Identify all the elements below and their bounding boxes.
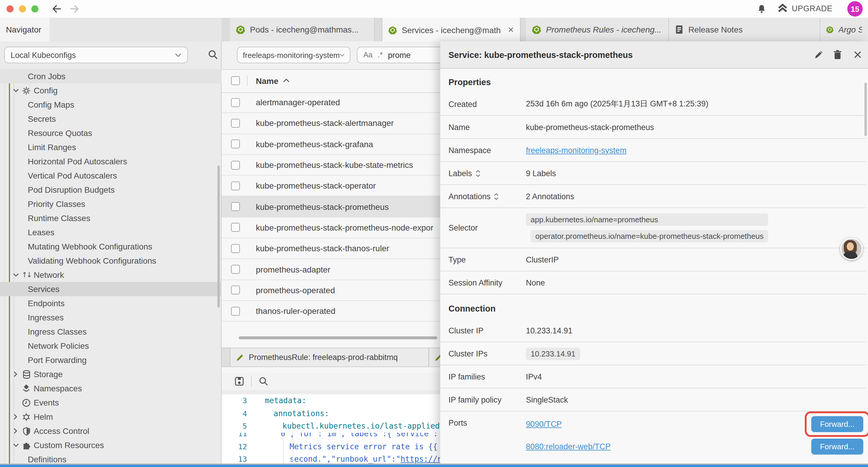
forward-button[interactable]: Forward...: [811, 439, 863, 455]
zoom-window-button[interactable]: [31, 5, 38, 12]
trash-icon[interactable]: [833, 50, 843, 60]
edit-pencil-icon[interactable]: [814, 50, 824, 60]
sidebar-scrollbar[interactable]: [217, 166, 220, 308]
horizontal-scrollbar[interactable]: [239, 337, 437, 339]
tab-pods[interactable]: Pods - icecheng@mathmas...: [230, 18, 375, 41]
back-arrow-icon[interactable]: [52, 4, 62, 13]
kubernetes-icon: [388, 25, 397, 35]
annotations-value[interactable]: 2 Annotations: [526, 192, 574, 201]
notifications-bell-icon[interactable]: [757, 4, 766, 13]
line-text: metadata:: [265, 396, 306, 405]
chevron-down-icon: [12, 271, 20, 279]
tab-services[interactable]: Services - icecheng@math... ✕: [382, 18, 521, 42]
sidebar-item-runtime-classes[interactable]: Runtime Classes: [0, 211, 222, 225]
sort-ascending-icon[interactable]: [283, 79, 289, 83]
sidebar-item-helm[interactable]: Helm: [0, 410, 222, 424]
line-number: 5: [222, 422, 247, 431]
service-name: kube-prometheus-stack-kube-state-metrics: [256, 160, 413, 170]
type-value: ClusterIP: [526, 255, 559, 264]
save-icon[interactable]: [235, 377, 244, 386]
row-checkbox[interactable]: [231, 202, 240, 211]
sidebar-item-leases[interactable]: Leases: [0, 225, 222, 239]
editor-tab-prometheusrule[interactable]: PrometheusRule: freeleaps-prod-rabbitmq: [230, 348, 429, 367]
forward-button[interactable]: Forward...: [811, 416, 863, 432]
expander-updown-icon[interactable]: [476, 169, 480, 177]
notification-count-badge[interactable]: 15: [847, 1, 863, 17]
sidebar-item-pod-disruption-budgets[interactable]: Pod Disruption Budgets: [0, 183, 222, 197]
sidebar-item-namespaces[interactable]: Namespaces: [0, 382, 222, 396]
port-link[interactable]: 9090/TCP: [526, 420, 562, 429]
tabstrip-spacer: [50, 18, 222, 41]
assistant-avatar[interactable]: [840, 238, 863, 260]
sidebar-item-port-forwarding[interactable]: Port Forwarding: [0, 353, 222, 368]
expander-updown-icon[interactable]: [494, 193, 499, 200]
namespace-selector-value: freeleaps-monitoring-system: [243, 51, 340, 59]
sidebar-item-access-control[interactable]: Access Control: [0, 424, 222, 438]
sidebar-item-cron-jobs[interactable]: Cron Jobs: [0, 69, 222, 83]
detail-row-ip-family-policy: IP family policy SingleStack: [440, 388, 867, 411]
forward-arrow-icon[interactable]: [69, 4, 80, 13]
sidebar-item-resource-quotas[interactable]: Resource Quotas: [0, 126, 222, 140]
row-checkbox[interactable]: [231, 223, 240, 232]
sidebar-item-network-policies[interactable]: Network Policies: [0, 339, 222, 353]
row-checkbox[interactable]: [231, 265, 240, 274]
row-checkbox[interactable]: [231, 244, 240, 253]
session-affinity-label: Session Affinity: [440, 278, 526, 287]
row-checkbox[interactable]: [231, 98, 240, 107]
upgrade-button[interactable]: UPGRADE: [778, 4, 833, 13]
sidebar-item-config-maps[interactable]: Config Maps: [0, 97, 222, 112]
cluster-ips-chip: 10.233.14.91: [526, 347, 580, 360]
tab-navigator[interactable]: Navigator: [0, 18, 50, 41]
search-icon[interactable]: [259, 377, 268, 386]
tab-services-label: Services - icecheng@math...: [402, 25, 500, 35]
service-name: kube-prometheus-stack-prometheus: [256, 202, 389, 211]
sidebar-item-services[interactable]: Services: [0, 282, 222, 296]
minimize-window-button[interactable]: [19, 5, 26, 12]
sidebar-item-horizontal-pod-autoscalers[interactable]: Horizontal Pod Autoscalers: [0, 154, 222, 169]
row-checkbox[interactable]: [231, 286, 240, 295]
clock-icon: [21, 398, 31, 408]
tab-prometheus-rules[interactable]: Prometheus Rules - icecheng...: [526, 18, 669, 41]
window-titlebar: UPGRADE 15: [0, 0, 868, 18]
sidebar-item-validating-webhook-configurations[interactable]: Validating Webhook Configurations: [0, 254, 222, 268]
close-icon[interactable]: [852, 50, 863, 60]
namespace-selector[interactable]: freeleaps-monitoring-system: [237, 47, 350, 63]
upgrade-label: UPGRADE: [792, 4, 833, 13]
close-icon[interactable]: ✕: [507, 25, 514, 34]
sidebar-item-network[interactable]: ↑↓ Network: [0, 268, 222, 282]
sidebar-item-priority-classes[interactable]: Priority Classes: [0, 197, 222, 211]
sidebar-item-vertical-pod-autoscalers[interactable]: Vertical Pod Autoscalers: [0, 169, 222, 183]
row-checkbox[interactable]: [231, 307, 240, 315]
sidebar-item-mutating-webhook-configurations[interactable]: Mutating Webhook Configurations: [0, 239, 222, 254]
row-checkbox[interactable]: [231, 140, 240, 148]
sidebar-item-ingresses[interactable]: Ingresses: [0, 311, 222, 325]
detail-row-annotations: Annotations 2 Annotations: [440, 185, 867, 208]
labels-value[interactable]: 9 Labels: [526, 169, 556, 178]
sidebar-item-custom-resources[interactable]: Custom Resources: [0, 438, 222, 453]
name-column-header[interactable]: Name: [256, 76, 278, 85]
chevron-right-icon: [12, 413, 20, 421]
tab-release-notes[interactable]: Release Notes: [669, 18, 820, 41]
search-icon[interactable]: [208, 50, 218, 60]
tab-release-notes-label: Release Notes: [688, 25, 743, 34]
row-checkbox[interactable]: [231, 181, 240, 191]
regex-icon[interactable]: .*: [378, 51, 383, 59]
sidebar-item-endpoints[interactable]: Endpoints: [0, 296, 222, 311]
port-link[interactable]: 8080:reloader-web/TCP: [526, 442, 611, 451]
row-checkbox[interactable]: [231, 119, 240, 128]
sidebar-item-events[interactable]: Events: [0, 396, 222, 410]
search-input-value: prome: [388, 51, 411, 59]
sidebar-item-storage[interactable]: Storage: [0, 368, 222, 382]
sidebar-item-config[interactable]: Config: [0, 83, 222, 97]
sidebar-item-limit-ranges[interactable]: Limit Ranges: [0, 140, 222, 154]
tab-argo[interactable]: Argo Se: [820, 18, 868, 41]
detail-scrollbar[interactable]: [864, 83, 867, 136]
select-all-checkbox[interactable]: [231, 76, 240, 85]
close-window-button[interactable]: [6, 5, 13, 12]
namespace-link[interactable]: freeleaps-monitoring-system: [526, 146, 627, 154]
kubeconfig-selector[interactable]: Local Kubeconfigs: [4, 47, 188, 63]
match-case-icon[interactable]: Aa: [363, 51, 373, 59]
sidebar-item-secrets[interactable]: Secrets: [0, 112, 222, 126]
row-checkbox[interactable]: [231, 160, 240, 169]
sidebar-item-ingress-classes[interactable]: Ingress Classes: [0, 325, 222, 339]
